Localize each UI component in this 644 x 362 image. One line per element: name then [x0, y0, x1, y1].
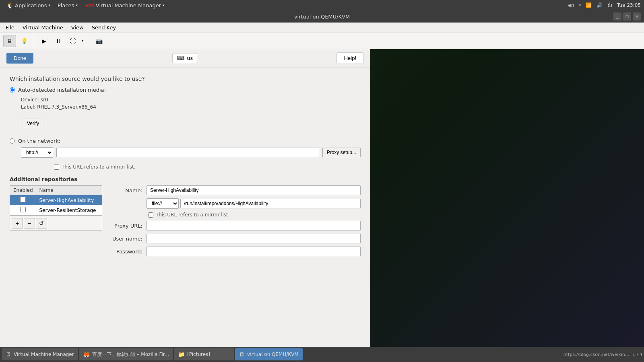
detail-mirror-label[interactable]: This URL refers to a mirror list. [156, 212, 230, 218]
detail-username-row: User name: [110, 234, 361, 243]
taskbar-item[interactable]: 📁[Pictures] [174, 348, 234, 360]
network-url-row: http:// Proxy setup... [21, 147, 361, 158]
detail-password-input[interactable] [147, 247, 361, 256]
places-menu[interactable]: Places ▾ [54, 2, 81, 9]
menu-virtual-machine[interactable]: Virtual Machine [19, 23, 67, 32]
repo-name-cell: Server-HighAvailability [36, 195, 102, 206]
additional-repos-title: Additional repositories [10, 176, 361, 182]
taskbar-item[interactable]: 🖥Virtual Machine Manager [2, 348, 78, 360]
mirror-checkbox[interactable] [54, 165, 59, 170]
auto-detect-label[interactable]: Auto-detected installation media: [18, 87, 106, 93]
toolbar-fullscreen-arrow[interactable]: ▾ [79, 35, 86, 47]
detail-proxy-row: Proxy URL: [110, 221, 361, 230]
vm-titlebar-buttons: _ □ ✕ [613, 12, 641, 21]
toolbar-pause-btn[interactable]: ⏸ [52, 35, 65, 47]
url-input[interactable] [56, 148, 319, 157]
repo-enabled-checkbox[interactable] [20, 207, 26, 212]
taskbar-page: 1 / 4 [632, 352, 642, 357]
url-protocol-select[interactable]: http:// [21, 147, 53, 158]
system-bar-left: 🐧 Applications ▾ Places ▾ VM Virtual Mac… [3, 1, 168, 9]
detail-password-label: Password: [110, 249, 147, 255]
repos-layout: Enabled Name Server-HighAvailability Ser… [10, 185, 361, 259]
detail-mirror-row: This URL refers to a mirror list. [148, 212, 361, 218]
toolbar-play-btn[interactable]: ▶ [37, 35, 50, 47]
detail-proxy-input[interactable] [147, 221, 361, 230]
menu-file[interactable]: File [2, 23, 19, 32]
device-info: Device: sr0 Label: RHEL-7.3_Server.x86_6… [21, 96, 361, 111]
toolbar: 🖥 💡 ▶ ⏸ ⛶ ▾ 📷 [0, 33, 644, 49]
auto-detect-row: Auto-detected installation media: [10, 87, 361, 93]
toolbar-info-btn[interactable]: 💡 [18, 35, 31, 47]
menubar: File Virtual Machine View Send Key [0, 23, 644, 33]
keyboard-lang: us [187, 55, 193, 61]
help-button[interactable]: Help! [336, 52, 364, 64]
done-button[interactable]: Done [6, 53, 33, 64]
toolbar-dropdown-1: ⛶ ▾ [66, 35, 86, 47]
applications-menu[interactable]: 🐧 Applications ▾ [3, 1, 54, 9]
taskbar: 🖥Virtual Machine Manager🦊百度一下，你就知道 – Moz… [0, 347, 644, 362]
datetime: Tue 23:05 [617, 2, 641, 8]
system-bar: 🐧 Applications ▾ Places ▾ VM Virtual Mac… [0, 0, 644, 10]
installer-panel: Done ⌨ us Help! Which installation sourc… [0, 49, 370, 347]
keyboard-indicator[interactable]: ⌨ us [172, 53, 197, 63]
vm-manager-menu[interactable]: VM Virtual Machine Manager ▾ [82, 2, 168, 9]
taskbar-url: https://blog.csdn.net/weixin... [564, 352, 630, 357]
mirror-checkbox-row: This URL refers to a mirror list. [54, 164, 361, 170]
repo-table-body: Server-HighAvailability Server-Resilient… [10, 195, 102, 216]
mirror-checkbox-label[interactable]: This URL refers to a mirror list. [62, 164, 136, 170]
wifi-icon: 📶 [586, 2, 592, 8]
refresh-repo-button[interactable]: ↺ [36, 218, 47, 228]
volume-icon: 🔊 [597, 2, 603, 8]
verify-row: Verify [21, 119, 361, 128]
repo-row[interactable]: Server-HighAvailability [10, 195, 102, 206]
taskbar-item[interactable]: 🖥virtual on QEMU/KVM [235, 348, 303, 360]
menu-send-key[interactable]: Send Key [88, 23, 120, 32]
detail-url-input[interactable] [180, 199, 361, 208]
toolbar-screenshot-btn[interactable]: 📷 [93, 35, 105, 47]
taskbar-right: https://blog.csdn.net/weixin... 1 / 4 [564, 352, 642, 357]
repo-list-container: Enabled Name Server-HighAvailability Ser… [10, 185, 102, 230]
toolbar-monitor-btn[interactable]: 🖥 [3, 35, 16, 47]
menu-view[interactable]: View [67, 23, 88, 32]
network-label[interactable]: On the network: [18, 138, 60, 144]
toolbar-fullscreen-btn[interactable]: ⛶ [66, 35, 79, 47]
main-content: Done ⌨ us Help! Which installation sourc… [0, 49, 644, 347]
detail-name-input[interactable] [147, 185, 361, 195]
detail-username-label: User name: [110, 236, 147, 242]
installation-source-group: Auto-detected installation media: Device… [10, 87, 361, 170]
device-line2: Label: RHEL-7.3_Server.x86_64 [21, 103, 361, 111]
detail-name-row: Name: [110, 185, 361, 195]
remove-repo-button[interactable]: − [24, 218, 35, 228]
repo-table: Enabled Name Server-HighAvailability Ser… [10, 185, 102, 216]
repo-list-buttons: + − ↺ [10, 216, 102, 230]
device-line1: Device: sr0 [21, 96, 361, 103]
network-row: On the network: [10, 138, 361, 144]
detail-mirror-checkbox[interactable] [148, 212, 153, 218]
detail-url-row: file:// [110, 198, 361, 209]
maximize-button[interactable]: □ [623, 12, 631, 21]
repo-detail: Name: file:// [110, 185, 361, 259]
auto-detect-radio[interactable] [10, 87, 15, 93]
system-bar-right: en ▾ 📶 🔊 ⏻ Tue 23:05 [568, 2, 641, 8]
toolbar-sep-2 [89, 36, 89, 46]
proxy-setup-button[interactable]: Proxy setup... [322, 148, 361, 157]
repo-table-header: Enabled Name [10, 186, 102, 195]
network-radio[interactable] [10, 138, 15, 144]
repo-name-cell: Server-ResilientStorage [36, 205, 102, 216]
keyboard-icon: ⌨ [177, 55, 184, 61]
verify-button[interactable]: Verify [21, 119, 45, 128]
close-button[interactable]: ✕ [633, 12, 641, 21]
source-question: Which installation source would you like… [10, 76, 361, 82]
language-indicator[interactable]: en [568, 2, 574, 8]
detail-protocol-select[interactable]: file:// [147, 198, 179, 209]
detail-username-input[interactable] [147, 234, 361, 243]
taskbar-item[interactable]: 🦊百度一下，你就知道 – Mozilla Fir... [79, 348, 173, 360]
power-icon: ⏻ [607, 2, 612, 8]
dark-bg-right [370, 49, 644, 347]
detail-password-row: Password: [110, 247, 361, 256]
add-repo-button[interactable]: + [12, 218, 23, 228]
minimize-button[interactable]: _ [613, 12, 621, 21]
taskbar-items: 🖥Virtual Machine Manager🦊百度一下，你就知道 – Moz… [2, 348, 303, 360]
repo-row[interactable]: Server-ResilientStorage [10, 205, 102, 216]
repo-enabled-checkbox[interactable] [20, 197, 26, 202]
